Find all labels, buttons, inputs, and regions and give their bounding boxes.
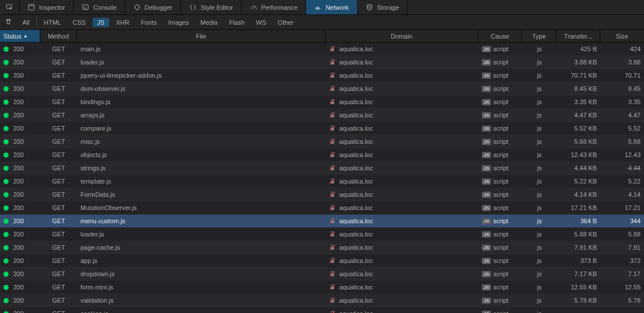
cell-type: js bbox=[522, 188, 557, 201]
tab-style-editor[interactable]: Style Editor bbox=[181, 0, 241, 14]
filter-media[interactable]: Media bbox=[194, 17, 223, 28]
cell-transfer bbox=[557, 307, 600, 313]
clear-button[interactable] bbox=[0, 16, 17, 29]
table-row[interactable]: 200GETbindings.jsaquatica.locJSscriptjs3… bbox=[0, 96, 644, 109]
table-row[interactable]: 200GETmain.jsaquatica.locJSscriptjs425 B… bbox=[0, 43, 644, 56]
col-size[interactable]: Size bbox=[600, 30, 644, 42]
table-row[interactable]: 200GETdropdown.jsaquatica.locJSscriptjs7… bbox=[0, 268, 644, 281]
insecure-icon bbox=[329, 270, 336, 277]
js-badge: JS bbox=[482, 152, 491, 158]
cell-type: js bbox=[522, 228, 557, 241]
svg-point-4 bbox=[317, 9, 319, 10]
filter-js[interactable]: JS bbox=[93, 18, 109, 27]
cell-size: 12.55 bbox=[600, 281, 644, 293]
cell-transfer: 5.22 KB bbox=[557, 175, 600, 188]
cell-type: js bbox=[522, 241, 557, 254]
cell-status: 200 bbox=[0, 241, 40, 254]
cell-domain: aquatica.loc bbox=[325, 254, 478, 267]
cell-transfer: 8.45 KB bbox=[557, 82, 600, 95]
tab-performance[interactable]: Performance bbox=[241, 0, 306, 14]
cell-status: 200 bbox=[0, 69, 40, 82]
element-picker-button[interactable] bbox=[0, 0, 20, 14]
insecure-icon bbox=[329, 217, 336, 224]
cell-cause: JSscript bbox=[478, 109, 522, 121]
cell-status: 200 bbox=[0, 215, 40, 227]
table-row[interactable]: 200GETmisc.jsaquatica.locJSscriptjs5.68 … bbox=[0, 135, 644, 148]
table-row[interactable]: 200GETvalidation.jsaquatica.locJSscriptj… bbox=[0, 294, 644, 307]
tab-console[interactable]: Console bbox=[74, 0, 125, 14]
table-row[interactable]: 200GETloader.jsaquatica.locJSscriptjs3.8… bbox=[0, 56, 644, 69]
cell-status: 200 bbox=[0, 307, 40, 313]
table-row[interactable]: 200GETapp.jsaquatica.locJSscriptjs373 B3… bbox=[0, 254, 644, 268]
col-transfer[interactable]: Transfer... bbox=[557, 30, 600, 42]
table-row[interactable]: 200GETarrays.jsaquatica.locJSscriptjs4.4… bbox=[0, 109, 644, 122]
tab-inspector[interactable]: Inspector bbox=[20, 0, 74, 14]
table-row[interactable]: 200GETobjects.jsaquatica.locJSscriptjs12… bbox=[0, 148, 644, 162]
sort-asc-icon: ▲ bbox=[23, 33, 28, 39]
cell-domain: aquatica.loc bbox=[325, 228, 478, 241]
filter-all[interactable]: All bbox=[17, 17, 37, 28]
cell-file: strings.js bbox=[77, 162, 325, 174]
insecure-icon bbox=[329, 284, 336, 291]
request-list[interactable]: 200GETmain.jsaquatica.locJSscriptjs425 B… bbox=[0, 43, 644, 313]
tab-debugger[interactable]: Debugger bbox=[125, 0, 181, 14]
table-row[interactable]: 200GETform-mini.jsaquatica.locJSscriptjs… bbox=[0, 281, 644, 294]
js-badge: JS bbox=[482, 86, 491, 92]
col-domain[interactable]: Domain bbox=[325, 30, 478, 42]
cell-domain: aquatica.loc bbox=[325, 96, 478, 108]
table-row[interactable]: 200GETstrings.jsaquatica.locJSscriptjs4.… bbox=[0, 162, 644, 175]
table-row[interactable]: 200GETFormData.jsaquatica.locJSscriptjs4… bbox=[0, 188, 644, 201]
cell-transfer: 5.68 KB bbox=[557, 135, 600, 148]
filter-other[interactable]: Other bbox=[272, 17, 300, 28]
table-row[interactable]: 200GETjquery-ui-timepicker-addon.jsaquat… bbox=[0, 69, 644, 82]
filter-html[interactable]: HTML bbox=[38, 17, 67, 28]
cell-file: page-cache.js bbox=[77, 241, 325, 254]
filter-css[interactable]: CSS bbox=[67, 17, 91, 28]
table-row[interactable]: 200GETmenu-custom.jsaquatica.locJSscript… bbox=[0, 215, 644, 228]
table-row[interactable]: 200GETcookies.jsaquatica.locJSscriptjs bbox=[0, 307, 644, 313]
table-header: Status▲ Method File Domain Cause Type Tr… bbox=[0, 30, 644, 43]
cell-cause: JSscript bbox=[478, 241, 522, 254]
cell-status: 200 bbox=[0, 43, 40, 55]
cell-file: dropdown.js bbox=[77, 268, 325, 280]
cell-status: 200 bbox=[0, 162, 40, 174]
filter-xhr[interactable]: XHR bbox=[110, 17, 135, 28]
col-file[interactable]: File bbox=[77, 30, 325, 42]
cell-domain: aquatica.loc bbox=[325, 82, 478, 95]
js-badge: JS bbox=[482, 205, 491, 211]
cell-status: 200 bbox=[0, 268, 40, 280]
table-row[interactable]: 200GETtemplate.jsaquatica.locJSscriptjs5… bbox=[0, 175, 644, 188]
cell-status: 200 bbox=[0, 188, 40, 201]
filter-images[interactable]: Images bbox=[162, 17, 194, 28]
cell-domain: aquatica.loc bbox=[325, 307, 478, 313]
insecure-icon bbox=[329, 244, 336, 251]
table-row[interactable]: 200GETdom-observer.jsaquatica.locJSscrip… bbox=[0, 82, 644, 96]
cell-method: GET bbox=[40, 254, 77, 267]
devtools-tabs: Inspector Console Debugger Style Editor … bbox=[0, 0, 644, 15]
table-row[interactable]: 200GETloader.jsaquatica.locJSscriptjs5.8… bbox=[0, 228, 644, 241]
cell-method: GET bbox=[40, 43, 77, 55]
col-type[interactable]: Type bbox=[522, 30, 557, 42]
cell-cause: JSscript bbox=[478, 96, 522, 108]
status-dot-icon bbox=[3, 166, 9, 171]
table-row[interactable]: 200GETMutationObserver.jsaquatica.locJSs… bbox=[0, 201, 644, 215]
cell-status: 200 bbox=[0, 201, 40, 214]
js-badge: JS bbox=[482, 112, 491, 119]
col-cause[interactable]: Cause bbox=[478, 30, 522, 42]
tab-network[interactable]: Network bbox=[306, 0, 357, 14]
insecure-icon bbox=[329, 72, 336, 79]
cell-transfer: 12.55 KB bbox=[557, 281, 600, 293]
cell-cause: JSscript bbox=[478, 69, 522, 82]
cell-size: 17.21 bbox=[600, 201, 644, 214]
table-row[interactable]: 200GETcompare.jsaquatica.locJSscriptjs5.… bbox=[0, 122, 644, 135]
filter-fonts[interactable]: Fonts bbox=[135, 17, 163, 28]
table-row[interactable]: 200GETpage-cache.jsaquatica.locJSscriptj… bbox=[0, 241, 644, 254]
filter-flash[interactable]: Flash bbox=[223, 17, 250, 28]
col-status[interactable]: Status▲ bbox=[0, 30, 40, 42]
picker-icon bbox=[6, 3, 13, 11]
col-method[interactable]: Method bbox=[40, 30, 77, 42]
insecure-icon bbox=[329, 178, 336, 185]
filter-ws[interactable]: WS bbox=[250, 17, 272, 28]
tab-storage[interactable]: Storage bbox=[358, 0, 408, 14]
cell-type: js bbox=[522, 135, 557, 148]
